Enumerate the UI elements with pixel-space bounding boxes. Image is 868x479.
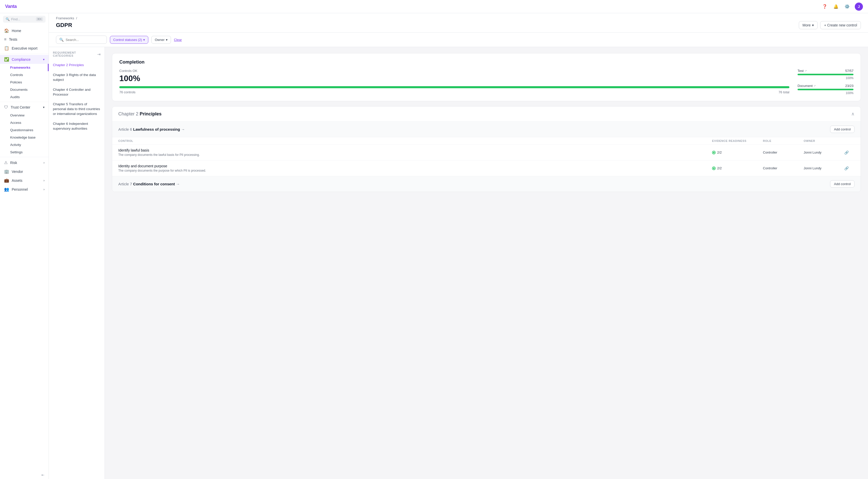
sidebar-item-label: Assets xyxy=(12,179,22,183)
control-owner: Jonni Lundy xyxy=(804,151,844,154)
search-input[interactable] xyxy=(66,38,103,42)
link-icon: 🔗 xyxy=(844,166,849,170)
sidebar-item-executive-report[interactable]: 📋 Executive report xyxy=(0,44,49,53)
article-header-art7: Article 7 Conditions for consent → Add c… xyxy=(112,176,861,192)
sidebar-item-assets[interactable]: 💼 Assets › xyxy=(0,176,49,185)
evidence-readiness: 2/2 xyxy=(712,166,763,170)
control-name[interactable]: Identify lawful basis xyxy=(118,148,712,152)
sidebar-item-tests[interactable]: ≡ Tests xyxy=(0,35,49,44)
control-name[interactable]: Identity and document purpose xyxy=(118,164,712,168)
more-button[interactable]: More ▾ xyxy=(799,21,818,29)
control-desc: The company documents the purpose for wh… xyxy=(118,169,712,172)
personnel-icon: 👥 xyxy=(4,187,9,192)
filter-bar: 🔍 Control statuses (2) ▾ Owner ▾ Clear xyxy=(49,33,868,47)
chevron-right-icon: › xyxy=(43,161,44,164)
global-search[interactable]: 🔍 Find... ⌘K xyxy=(3,16,45,23)
sidebar-item-questionnaires[interactable]: Questionnaires xyxy=(0,126,49,134)
owner-filter[interactable]: Owner ▾ xyxy=(151,36,171,44)
sidebar-item-activity[interactable]: Activity xyxy=(0,141,49,149)
sidebar-item-label: Tests xyxy=(9,37,17,41)
sidebar-item-policies[interactable]: Policies xyxy=(0,78,49,86)
control-info: Identity and document purpose The compan… xyxy=(118,164,712,172)
search-box[interactable]: 🔍 xyxy=(56,36,107,44)
completion-card: Completion Controls OK 100% 76 controls xyxy=(112,53,861,101)
control-statuses-filter[interactable]: Control statuses (2) ▾ xyxy=(110,36,148,44)
completion-percentage: 100% xyxy=(119,74,789,83)
chevron-right-icon: › xyxy=(43,188,44,191)
article-title-art6[interactable]: Article 6 Lawfulness of processing → xyxy=(118,127,185,131)
control-role: Controller xyxy=(763,166,804,170)
chevron-down-icon: ▾ xyxy=(166,38,168,42)
chevron-down-icon: ▾ xyxy=(43,105,44,109)
chapter-collapse-icon[interactable]: ∧ xyxy=(851,111,855,117)
chapter-item-ch6[interactable]: Chapter 6 Independent supervisory author… xyxy=(49,119,104,134)
sidebar-item-audits[interactable]: Audits xyxy=(0,93,49,101)
sidebar-item-controls[interactable]: Controls xyxy=(0,71,49,78)
completion-counts: 76 controls 76 total xyxy=(119,90,789,94)
control-role: Controller xyxy=(763,151,804,154)
completion-title: Completion xyxy=(119,60,854,65)
header-owner: OWNER xyxy=(804,139,844,142)
controls-table-art6: CONTROL EVIDENCE READINESS ROLE OWNER xyxy=(112,137,861,176)
topbar-actions: ❓ 🔔 ⚙️ J xyxy=(821,3,863,11)
create-new-control-button[interactable]: + Create new control xyxy=(820,21,861,29)
sidebar-item-overview[interactable]: Overview xyxy=(0,111,49,119)
controls-count: 76 controls xyxy=(119,90,135,94)
left-panel-collapse-button[interactable]: ⇥ xyxy=(97,52,100,57)
test-progress-fill xyxy=(798,74,854,75)
avatar[interactable]: J xyxy=(855,3,863,11)
help-icon[interactable]: ❓ xyxy=(821,3,828,10)
sidebar-collapse-button[interactable]: ⇤ xyxy=(0,471,49,479)
sidebar-item-knowledge-base[interactable]: Knowledge base xyxy=(0,134,49,141)
add-control-button-art6[interactable]: Add control xyxy=(830,126,855,133)
chapter-item-ch3[interactable]: Chapter 3 Rights of the data subject xyxy=(49,70,104,85)
chapter-item-ch5[interactable]: Chapter 5 Transfers of personal data to … xyxy=(49,99,104,119)
sidebar-item-frameworks[interactable]: Frameworks xyxy=(0,64,49,71)
sidebar-item-vendor[interactable]: 🏢 Vendor xyxy=(0,167,49,176)
trust-center-submenu: Overview Access Questionnaires Knowledge… xyxy=(0,111,49,156)
table-row: Identity and document purpose The compan… xyxy=(112,160,861,176)
test-progress-bar xyxy=(798,74,854,75)
control-row-actions[interactable]: 🔗 xyxy=(844,151,855,155)
article-title-art7[interactable]: Article 7 Conditions for consent → xyxy=(118,182,180,186)
page-header: Frameworks / GDPR More ▾ + Create new co… xyxy=(49,13,868,33)
chapter-header-ch2[interactable]: Chapter 2 Principles ∧ xyxy=(112,106,861,121)
external-link-icon: ↗ xyxy=(805,69,807,72)
clear-filter-button[interactable]: Clear xyxy=(174,38,182,42)
completion-progress-bar xyxy=(119,86,789,88)
sidebar-item-risk[interactable]: ⚠ Risk › xyxy=(0,158,49,167)
chapter-title-ch2: Chapter 2 Principles xyxy=(118,111,161,117)
article-header-art6: Article 6 Lawfulness of processing → Add… xyxy=(112,122,861,137)
sidebar-item-label: Vendor xyxy=(12,169,23,174)
search-icon: 🔍 xyxy=(59,38,64,42)
compliance-submenu: Frameworks Controls Policies Documents A… xyxy=(0,64,49,101)
sidebar-item-trust-center[interactable]: 🛡 Trust Center ▾ xyxy=(0,103,49,111)
link-icon: 🔗 xyxy=(844,151,849,155)
control-info: Identify lawful basis The company docume… xyxy=(118,148,712,157)
sidebar-item-access[interactable]: Access xyxy=(0,119,49,126)
sidebar-item-documents[interactable]: Documents xyxy=(0,86,49,93)
article-block-art6: Article 6 Lawfulness of processing → Add… xyxy=(112,121,861,176)
document-progress-bar xyxy=(798,89,854,90)
control-owner: Jonni Lundy xyxy=(804,166,844,170)
settings-icon[interactable]: ⚙️ xyxy=(844,3,851,10)
document-count: 23/23 xyxy=(845,84,854,88)
control-row-actions[interactable]: 🔗 xyxy=(844,166,855,170)
header-role: ROLE xyxy=(763,139,804,142)
sidebar-item-label: Risk xyxy=(10,161,17,165)
chevron-down-icon: ▾ xyxy=(812,23,814,27)
controls-ok-label: Controls OK xyxy=(119,69,789,73)
sidebar-item-label: Home xyxy=(12,29,21,33)
breadcrumb-link[interactable]: Frameworks xyxy=(56,16,74,20)
chapter-item-ch2[interactable]: Chapter 2 Principles xyxy=(49,60,104,70)
requirement-categories-label: REQUIREMENT CATEGORIES xyxy=(53,51,97,57)
sidebar-item-compliance[interactable]: ✅ Compliance ▾ xyxy=(0,55,49,64)
sidebar: 🔍 Find... ⌘K 🏠 Home ≡ Tests 📋 Executive … xyxy=(0,13,49,479)
notifications-icon[interactable]: 🔔 xyxy=(832,3,839,10)
breadcrumb-separator: / xyxy=(76,16,77,20)
add-control-button-art7[interactable]: Add control xyxy=(830,180,855,188)
sidebar-item-settings[interactable]: Settings xyxy=(0,149,49,156)
sidebar-item-home[interactable]: 🏠 Home xyxy=(0,26,49,35)
chapter-item-ch4[interactable]: Chapter 4 Controller and Processor xyxy=(49,85,104,100)
sidebar-item-personnel[interactable]: 👥 Personnel › xyxy=(0,185,49,194)
